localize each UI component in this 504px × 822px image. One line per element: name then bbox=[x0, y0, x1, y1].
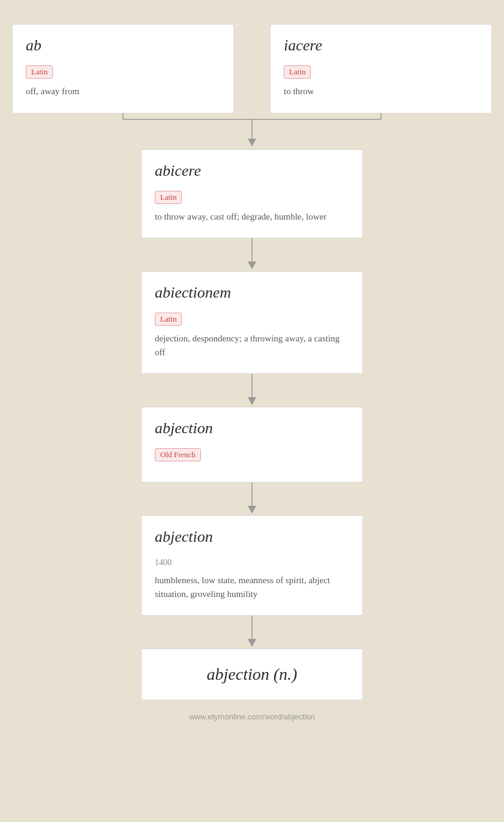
arrow-2 bbox=[141, 374, 363, 407]
card-abjection-of: abjection Old French bbox=[141, 407, 363, 482]
word-abiectionem: abiectionem bbox=[155, 284, 349, 302]
svg-marker-8 bbox=[248, 397, 256, 405]
root-card-ab: ab Latin off, away from bbox=[12, 24, 234, 113]
svg-marker-12 bbox=[248, 639, 256, 647]
badge-abiectionem: Latin bbox=[155, 313, 182, 326]
etymology-flow: abicere Latin to throw away, cast off; d… bbox=[12, 149, 492, 701]
badge-abjection-of: Old French bbox=[155, 448, 201, 461]
badge-latin-ab: Latin bbox=[26, 65, 53, 79]
root-word-ab: ab bbox=[26, 37, 220, 55]
footer-url: www.etymonline.com/word/abjection bbox=[189, 712, 315, 721]
root-card-iacere: iacere Latin to throw bbox=[270, 24, 492, 113]
card-abiectionem: abiectionem Latin dejection, despondency… bbox=[141, 271, 363, 374]
card-abjection-1400: abjection 1400 humbleness, low state, me… bbox=[141, 515, 363, 616]
arrow-1 bbox=[141, 238, 363, 271]
svg-marker-4 bbox=[248, 139, 256, 146]
card-abicere: abicere Latin to throw away, cast off; d… bbox=[141, 149, 363, 239]
card-abjection-final: abjection (n.) bbox=[141, 649, 363, 700]
definition-iacere: to throw bbox=[284, 85, 478, 98]
svg-marker-10 bbox=[248, 506, 256, 514]
definition-ab: off, away from bbox=[26, 85, 220, 98]
word-abjection-1400: abjection bbox=[155, 528, 349, 546]
root-word-iacere: iacere bbox=[284, 37, 478, 55]
definition-abicere: to throw away, cast off; degrade, humble… bbox=[155, 210, 349, 224]
word-abicere: abicere bbox=[155, 162, 349, 180]
arrow-4 bbox=[141, 616, 363, 649]
svg-marker-6 bbox=[248, 262, 256, 269]
year-badge: 1400 bbox=[155, 558, 172, 568]
badge-latin-iacere: Latin bbox=[284, 65, 311, 79]
definition-abjection-1400: humbleness, low state, meanness of spiri… bbox=[155, 574, 349, 601]
badge-abicere: Latin bbox=[155, 191, 182, 204]
word-abjection-of: abjection bbox=[155, 419, 349, 437]
arrow-3 bbox=[141, 482, 363, 515]
top-connector-svg bbox=[12, 113, 492, 149]
definition-abiectionem: dejection, despondency; a throwing away,… bbox=[155, 332, 349, 359]
word-abjection-final: abjection (n.) bbox=[155, 665, 349, 684]
